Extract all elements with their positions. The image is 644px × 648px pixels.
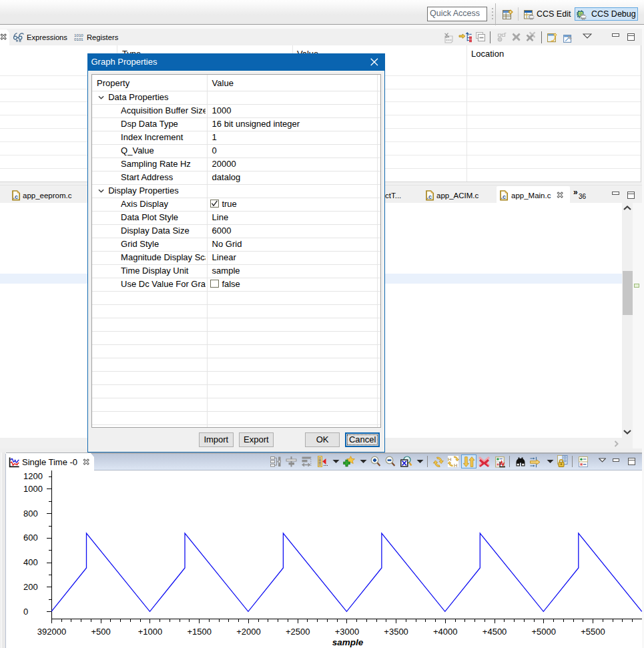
svg-text:0101: 0101 (74, 37, 83, 41)
svg-text:.c: .c (501, 194, 507, 200)
svg-text:.c: .c (13, 194, 19, 200)
svg-text:H: H (454, 462, 457, 468)
svg-text:H: H (448, 456, 451, 462)
svg-text:.c: .c (427, 194, 432, 200)
